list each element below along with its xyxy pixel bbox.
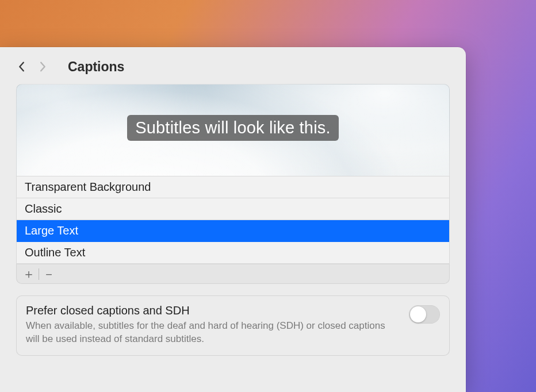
style-list-toolbar: ＋ －	[16, 264, 450, 284]
prefer-sdh-text: Prefer closed captions and SDH When avai…	[26, 304, 397, 346]
prefer-sdh-setting: Prefer closed captions and SDH When avai…	[16, 295, 450, 356]
chevron-left-icon	[17, 60, 26, 73]
content: Subtitles will look like this. Transpare…	[0, 84, 466, 367]
page-title: Captions	[68, 59, 124, 75]
back-button[interactable]	[14, 59, 30, 75]
style-row-transparent-background[interactable]: Transparent Background	[17, 176, 449, 198]
toggle-knob	[410, 306, 426, 322]
prefer-sdh-toggle[interactable]	[409, 305, 440, 324]
style-row-classic[interactable]: Classic	[17, 198, 449, 220]
subtitle-preview: Subtitles will look like this.	[16, 84, 450, 176]
plus-icon: ＋	[22, 268, 35, 280]
subtitle-sample-text: Subtitles will look like this.	[127, 115, 339, 141]
settings-window: Captions Subtitles will look like this. …	[0, 47, 466, 392]
prefer-sdh-description: When available, subtitles for the deaf a…	[26, 320, 397, 346]
add-style-button[interactable]: ＋	[20, 266, 37, 282]
caption-style-list: Transparent Background Classic Large Tex…	[16, 176, 450, 264]
style-row-outline-text[interactable]: Outline Text	[17, 242, 449, 264]
style-row-large-text[interactable]: Large Text	[17, 220, 449, 242]
header: Captions	[0, 47, 466, 84]
forward-button[interactable]	[35, 59, 51, 75]
chevron-right-icon	[38, 60, 47, 73]
remove-style-button[interactable]: －	[40, 266, 58, 282]
minus-icon: －	[43, 268, 55, 280]
toolbar-separator	[39, 268, 39, 280]
prefer-sdh-label: Prefer closed captions and SDH	[26, 304, 397, 317]
